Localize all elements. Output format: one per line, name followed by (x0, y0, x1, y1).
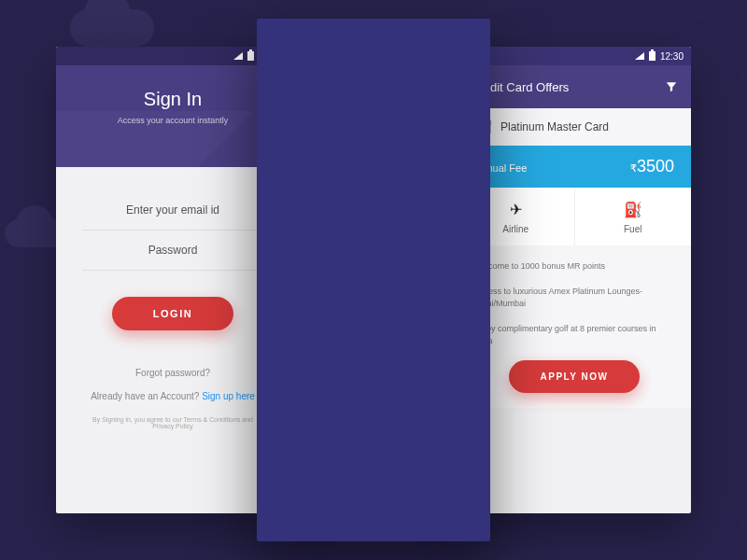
password-field[interactable] (82, 231, 263, 270)
category-label: Fuel (624, 224, 641, 234)
category-fuel[interactable]: ⛽ Fuel (574, 188, 692, 245)
filter-icon[interactable] (665, 80, 678, 93)
terms-text: By Signing in, you agree to our Terms & … (82, 416, 263, 429)
fuel-pump-icon: ⛽ (575, 201, 692, 218)
signin-title: Sign In (65, 89, 280, 110)
signal-icon (233, 52, 243, 60)
signin-form: LOGIN Forgot password? Already have an A… (56, 167, 289, 439)
category-label: Airline (502, 224, 529, 234)
annual-fee-bar: Annual Fee ₹3500 (458, 146, 691, 188)
login-button[interactable]: LOGIN (112, 297, 233, 330)
benefits-section: Welcome to 1000 bonus MR points Access t… (458, 245, 691, 408)
category-row: ✈ Airline ⛽ Fuel (458, 188, 691, 245)
apply-now-button[interactable]: APPLY NOW (509, 360, 640, 393)
forgot-password-link[interactable]: Forgot password? (82, 368, 263, 378)
signup-link[interactable]: Sign up here (202, 391, 255, 401)
signal-icon (635, 52, 644, 60)
status-time: 12:30 (660, 51, 684, 62)
status-bar: 12:30 (56, 47, 289, 65)
signin-screen: 12:30 Sign In Access your account instan… (56, 47, 289, 513)
signin-subtitle: Access your account instantly (65, 116, 280, 125)
offers-header: Credit Card Offers (458, 65, 691, 108)
benefit-item: Access to luxurious Amex Platinum Lounge… (474, 286, 674, 310)
email-field[interactable] (82, 190, 263, 230)
already-have-account: Already have an Account? Sign up here (82, 391, 263, 401)
already-text: Already have an Account? (91, 391, 202, 401)
card-name-label: Platinum Master Card (500, 120, 609, 133)
fee-amount: ₹3500 (630, 157, 674, 176)
battery-icon (247, 51, 254, 61)
benefit-item: Enjoy complimentary golf at 8 premier co… (474, 323, 674, 347)
field-divider (82, 270, 263, 271)
benefit-item: Welcome to 1000 bonus MR points (474, 260, 674, 273)
card-row[interactable]: Platinum Master Card (458, 108, 691, 146)
signin-hero: Sign In Access your account instantly (56, 65, 289, 167)
offers-screen: 12:30 Credit Card Offers Platinum Master… (458, 47, 691, 513)
status-bar: 12:30 (458, 47, 691, 65)
battery-icon (649, 51, 655, 61)
center-blank-screen (257, 19, 490, 541)
